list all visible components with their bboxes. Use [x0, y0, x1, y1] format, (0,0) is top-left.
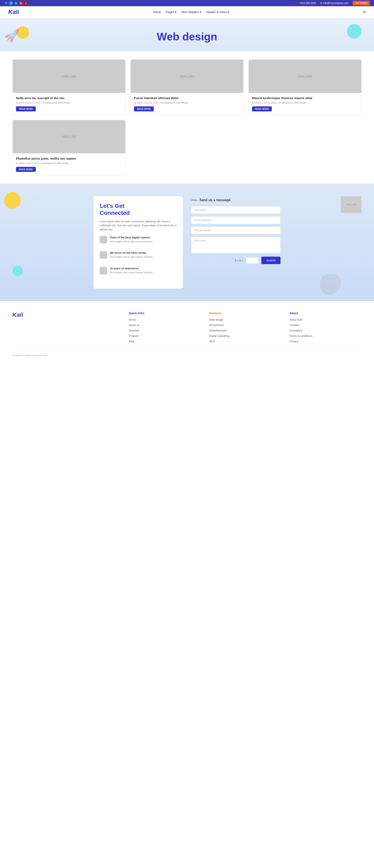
footer-service-webdesign: Web design [209, 318, 281, 321]
footer-quick-blog: Blog [129, 339, 201, 343]
blog-card-2: 1000 x 563 Fusce interdum ultricies dolo… [130, 59, 244, 115]
footer-quick-list: Home About us Services Projects Blog [129, 318, 201, 343]
blog-card-1-read-more[interactable]: READ MORE [16, 106, 36, 112]
youtube-icon[interactable]: y [24, 1, 28, 5]
feature-item-2: We focus on the best results Sed fringil… [100, 251, 177, 263]
footer: Kali Quick links Home About us Services … [0, 301, 374, 361]
message-group [191, 237, 280, 254]
facebook-icon[interactable]: f [4, 1, 8, 5]
nav-hero-headers[interactable]: Hero headers ▾ [181, 10, 201, 14]
blog-card-4-read-more[interactable]: READ MORE [16, 167, 36, 172]
captcha-input[interactable] [246, 257, 258, 264]
email-group [191, 216, 280, 224]
email-input[interactable] [191, 216, 280, 224]
title-line [191, 200, 197, 200]
blog-card-1-image: 1000 x 563 [13, 60, 125, 93]
footer-about-kavi: About Kavi [289, 318, 362, 321]
hamburger-icon[interactable]: ≡ [363, 9, 366, 15]
navbar: Kali Home Pages ▾ Hero headers ▾ Header … [0, 6, 374, 18]
nav-links: Home Pages ▾ Hero headers ▾ Header & men… [153, 10, 229, 14]
blog-card-3-body: Mauris scelerisque rhoncus mauris vitae … [249, 93, 361, 115]
blog-card-3: 1000 x 563 Mauris scelerisque rhoncus ma… [249, 59, 362, 115]
contact-inner: Let's Get Connected Lorem ipsum dolor si… [94, 196, 280, 289]
footer-services-list: Web design eCommerce Advertisement Digit… [209, 318, 281, 343]
blog-card-3-read-more[interactable]: READ MORE [252, 106, 272, 112]
contact-left: Let's Get Connected Lorem ipsum dolor si… [94, 196, 183, 289]
blog-card-1-body: Nulla arcu mi, suscipit ut dui nec by ad… [13, 93, 125, 115]
blog-card-4: 1000 x 563 Phasellus purus justo, mollis… [12, 120, 125, 176]
blog-card-4-image: 1000 x 563 [13, 120, 125, 153]
contact-section: 200 x 101 Let's Get Connected Lorem ipsu… [0, 184, 374, 301]
site-logo[interactable]: Kali [8, 9, 19, 16]
footer-grid: Kali Quick links Home About us Services … [12, 311, 362, 345]
submit-button[interactable]: Submit [261, 257, 280, 264]
email-info: ✉ info@mycompany.com [320, 2, 348, 5]
footer-about-careers: Careers [289, 323, 362, 327]
cyan-circle2-decoration [12, 266, 23, 276]
blog-card-4-title: Phasellus purus justo, mollis nec sapien [16, 157, 122, 160]
form-footer: 6 + 9 = Submit [191, 257, 280, 264]
blog-card-1-title: Nulla arcu mi, suscipit ut dui nec [16, 96, 122, 100]
blog-card-3-title: Mauris scelerisque rhoncus mauris vitae [252, 96, 358, 100]
nav-header-menu[interactable]: Header & menu ▾ [206, 10, 229, 14]
phone-group [191, 226, 280, 234]
blog-card-3-image: 1000 x 563 [249, 60, 361, 93]
blog-section: 1000 x 563 Nulla arcu mi, suscipit ut du… [0, 51, 374, 184]
footer-quick-home: Home [129, 318, 201, 321]
blog-card-4-body: Phasellus purus justo, mollis nec sapien… [13, 153, 125, 175]
captcha-label: 6 + 9 = [235, 259, 243, 262]
send-message-title: Send us a message [191, 198, 280, 202]
pinterest-icon[interactable]: p [19, 1, 23, 5]
blog-card-2-title: Fusce interdum ultricies dolor [134, 96, 240, 100]
feature-text-3: 15 years of experience Sed fringilla nul… [110, 267, 153, 279]
footer-service-ecommerce: eCommerce [209, 323, 281, 327]
feature-icon-3 [100, 267, 107, 274]
footer-about-privacy: Privacy [289, 339, 362, 343]
contact-white-card: Let's Get Connected Lorem ipsum dolor si… [94, 196, 183, 289]
footer-quick-links: Quick links Home About us Services Proje… [129, 311, 201, 345]
footer-service-ad: Advertisement [209, 329, 281, 332]
footer-service-digital: Digital marketing [209, 334, 281, 338]
phone-icon: 📞 [295, 2, 299, 5]
nav-home[interactable]: Home [153, 10, 161, 14]
top-bar: f t in p y 📞 +815.555.5555 ✉ info@mycomp… [0, 0, 374, 6]
twitter-icon[interactable]: t [9, 1, 13, 5]
contact-top-image: 200 x 101 [341, 196, 362, 213]
hero-section: 🚀 Web design [0, 18, 374, 51]
footer-services-title: Services [209, 311, 281, 315]
blog-card-2-read-more[interactable]: READ MORE [134, 106, 154, 112]
feature-text-2: We focus on the best results Sed fringil… [110, 251, 153, 263]
footer-logo[interactable]: Kali [12, 311, 121, 318]
social-icons: f t in p y [4, 1, 28, 5]
footer-about-innovation: Innovation [289, 329, 362, 332]
email-icon: ✉ [320, 2, 322, 5]
linkedin-icon[interactable]: in [14, 1, 18, 5]
hero-title: Web design [8, 30, 366, 43]
fullname-input[interactable] [191, 206, 280, 214]
footer-quick-services: Services [129, 329, 201, 332]
fullname-group [191, 206, 280, 214]
rocket-decoration: 🚀 [4, 28, 20, 43]
message-input[interactable] [191, 237, 280, 253]
cyan-circle-decoration [347, 24, 362, 39]
nav-pages[interactable]: Pages ▾ [166, 10, 177, 14]
blog-card-4-meta: by admin | Oct 8, 2022 | Uncategorized, … [16, 162, 122, 164]
feature-icon-2 [100, 251, 107, 259]
blog-card-2-image: 1000 x 563 [131, 60, 243, 93]
footer-quick-projects: Projects [129, 334, 201, 338]
footer-about-terms: Terms & conditions [289, 334, 362, 338]
footer-bottom: Designed by MarkHendriksen.com. [12, 351, 362, 356]
contact-heading: Let's Get Connected [100, 203, 177, 216]
feature-item-3: 15 years of experience Sed fringilla nul… [100, 267, 177, 279]
feature-text-1: Team of the best digital experts Sed fri… [110, 236, 153, 248]
blob-decoration [320, 274, 341, 295]
feature-icon-1 [100, 236, 107, 243]
footer-quick-about: About us [129, 323, 201, 327]
blog-card-2-meta: by admin | Oct 21, 2022 | Uncategorized,… [134, 101, 240, 104]
get-started-button[interactable]: Get started [352, 1, 370, 5]
phone-input[interactable] [191, 226, 280, 234]
blog-row-single: 1000 x 563 Phasellus purus justo, mollis… [12, 120, 362, 176]
footer-about-list: About Kavi Careers Innovation Terms & co… [289, 318, 362, 343]
footer-about: About About Kavi Careers Innovation Term… [289, 311, 362, 345]
email-address: info@mycompany.com [323, 2, 348, 5]
